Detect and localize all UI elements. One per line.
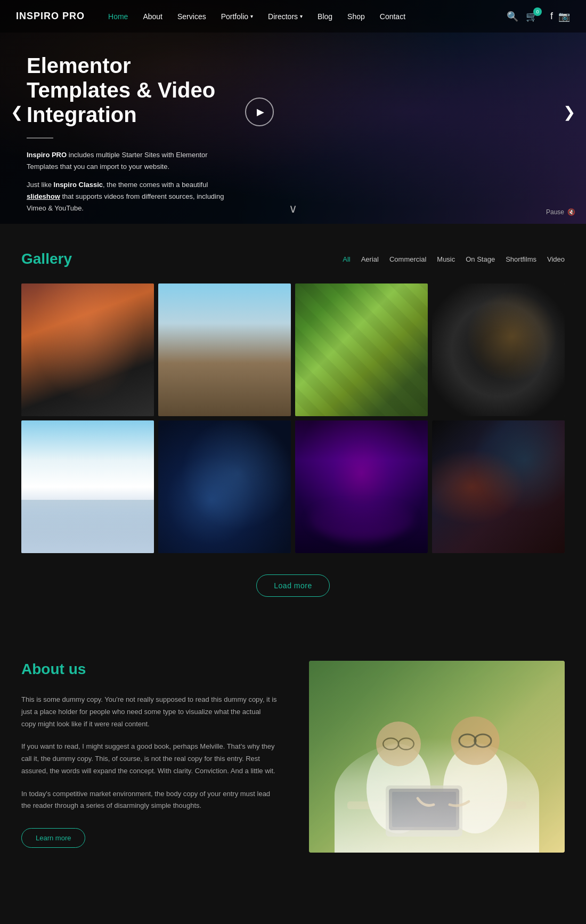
- social-links: f 📷: [550, 11, 570, 22]
- hero-pause-area: Pause 🔇: [546, 208, 575, 216]
- hero-brand: Inspiro PRO: [27, 151, 67, 159]
- gallery-title: Gallery: [21, 250, 72, 268]
- filter-aerial[interactable]: Aerial: [361, 255, 379, 263]
- nav-services[interactable]: Services: [170, 2, 214, 31]
- svg-rect-12: [389, 789, 459, 830]
- nav-about[interactable]: About: [135, 2, 170, 31]
- about-left-column: About us This is some dummy copy. You're…: [21, 661, 277, 848]
- instagram-icon[interactable]: 📷: [558, 11, 570, 22]
- nav-icons: 🔍 🛒 0 f 📷: [507, 11, 570, 22]
- filter-all[interactable]: All: [343, 255, 350, 263]
- about-illustration: [309, 661, 565, 853]
- svg-rect-0: [309, 661, 565, 853]
- nav-contact[interactable]: Contact: [372, 2, 413, 31]
- cart-icon[interactable]: 🛒 0: [526, 11, 538, 22]
- load-more-wrapper: Load more: [21, 574, 565, 597]
- play-button[interactable]: [245, 98, 274, 126]
- portfolio-caret: ▾: [250, 13, 253, 19]
- filter-on-stage[interactable]: On Stage: [466, 255, 495, 263]
- nav-links: Home About Services Portfolio ▾ Director…: [101, 2, 413, 31]
- svg-point-2: [367, 744, 430, 833]
- hero-scroll-indicator: ∨: [289, 202, 297, 216]
- site-logo[interactable]: INSPIRO PRO: [16, 0, 85, 33]
- hero-section: Elementor Templates & Video Integration …: [0, 0, 586, 224]
- about-title: About us: [21, 661, 277, 678]
- about-inner: About us This is some dummy copy. You're…: [21, 661, 565, 853]
- about-para-1: This is some dummy copy. You're not real…: [21, 694, 277, 730]
- hero-description-2: Just like Inspiro Classic, the theme com…: [27, 179, 240, 214]
- hero-prev-button[interactable]: ❮: [5, 98, 28, 126]
- gallery-item-3[interactable]: [295, 283, 428, 416]
- hero-description-1: Inspiro PRO includes multiple Starter Si…: [27, 149, 240, 173]
- nav-home[interactable]: Home: [101, 2, 135, 31]
- facebook-icon[interactable]: f: [550, 11, 553, 22]
- gallery-filters: All Aerial Commercial Music On Stage Sho…: [343, 255, 565, 263]
- learn-more-button[interactable]: Learn more: [21, 828, 85, 848]
- nav-shop[interactable]: Shop: [340, 2, 372, 31]
- about-para-3: In today's competitive market environmen…: [21, 788, 277, 813]
- gallery-grid: [21, 283, 565, 553]
- gallery-item-4[interactable]: [432, 283, 565, 416]
- load-more-button[interactable]: Load more: [256, 574, 329, 597]
- hero-content: Elementor Templates & Video Integration …: [0, 0, 266, 224]
- about-image: [309, 661, 565, 853]
- gallery-header: Gallery All Aerial Commercial Music On S…: [21, 250, 565, 268]
- gallery-item-2[interactable]: [158, 283, 291, 416]
- about-section: About us This is some dummy copy. You're…: [0, 629, 586, 895]
- search-icon[interactable]: 🔍: [507, 11, 518, 22]
- hero-slideshow-link[interactable]: slideshow: [27, 192, 60, 200]
- gallery-item-6[interactable]: [158, 420, 291, 553]
- filter-music[interactable]: Music: [437, 255, 455, 263]
- pause-label[interactable]: Pause: [546, 208, 564, 216]
- nav-blog[interactable]: Blog: [310, 2, 340, 31]
- filter-video[interactable]: Video: [547, 255, 565, 263]
- filter-commercial[interactable]: Commercial: [389, 255, 426, 263]
- gallery-item-8[interactable]: [432, 420, 565, 553]
- nav-portfolio[interactable]: Portfolio ▾: [214, 2, 261, 31]
- mute-icon[interactable]: 🔇: [567, 208, 575, 216]
- svg-point-7: [443, 744, 507, 833]
- cart-badge: 0: [533, 7, 542, 16]
- directors-caret: ▾: [300, 13, 303, 19]
- svg-rect-11: [386, 785, 462, 837]
- about-para-2: If you want to read, I might suggest a g…: [21, 741, 277, 777]
- gallery-item-1[interactable]: [21, 283, 154, 416]
- hero-next-button[interactable]: ❯: [558, 98, 581, 126]
- hero-divider: [27, 137, 53, 139]
- svg-rect-1: [347, 801, 526, 809]
- gallery-item-5[interactable]: [21, 420, 154, 553]
- svg-point-5: [398, 738, 414, 750]
- gallery-item-7[interactable]: [295, 420, 428, 553]
- nav-directors[interactable]: Directors ▾: [261, 2, 310, 31]
- filter-shortfilms[interactable]: Shortfilms: [506, 255, 536, 263]
- hero-title: Elementor Templates & Video Integration: [27, 53, 240, 127]
- hero-classic: Inspiro Classic: [54, 181, 103, 189]
- about-right-column: [309, 661, 565, 853]
- svg-rect-14: [392, 792, 456, 827]
- main-nav: INSPIRO PRO Home About Services Portfoli…: [0, 0, 586, 33]
- gallery-section: Gallery All Aerial Commercial Music On S…: [0, 224, 586, 629]
- svg-rect-13: [392, 792, 456, 827]
